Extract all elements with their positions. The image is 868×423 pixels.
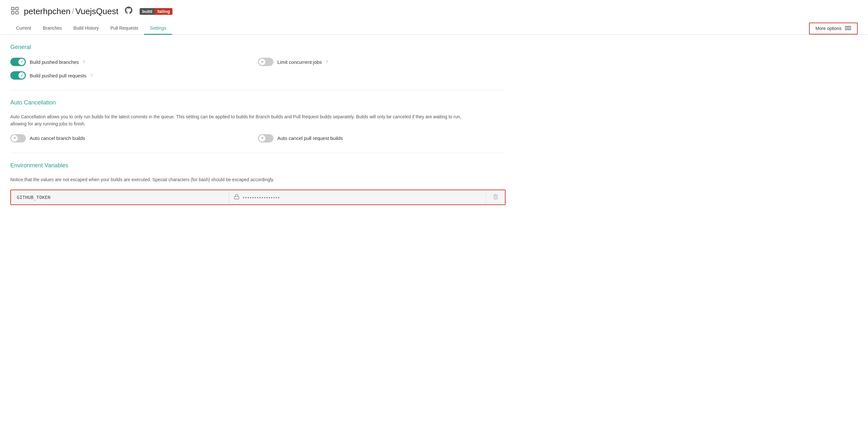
build-pushed-pull-requests-label: Build pushed pull requests bbox=[30, 73, 86, 78]
repo-icon bbox=[10, 6, 19, 17]
auto-cancellation-title: Auto Cancellation bbox=[10, 99, 505, 106]
auto-cancellation-toggles: ✕ Auto cancel branch builds ✕ Auto cance… bbox=[10, 134, 505, 143]
toggle-row-build-pushed-pull-requests: ✓ Build pushed pull requests ? bbox=[10, 71, 258, 80]
limit-concurrent-jobs-help[interactable]: ? bbox=[326, 60, 328, 64]
divider-1 bbox=[10, 90, 505, 90]
env-delete-button[interactable] bbox=[486, 190, 505, 204]
toggle-thumb: ✓ bbox=[19, 72, 25, 79]
toggle-row-auto-cancel-pr: ✕ Auto cancel pull request builds bbox=[258, 134, 505, 143]
auto-cancel-branch-label: Auto cancel branch builds bbox=[30, 135, 85, 141]
build-pushed-branches-help[interactable]: ? bbox=[83, 60, 85, 64]
tab-current[interactable]: Current bbox=[10, 22, 37, 35]
svg-rect-3 bbox=[16, 11, 18, 14]
auto-cancellation-section: Auto Cancellation Auto Cancellation allo… bbox=[10, 99, 505, 143]
toggle-row-build-pushed-branches: ✓ Build pushed branches ? bbox=[10, 58, 258, 66]
header: peterhpchen/VuejsQuest build failing bbox=[0, 0, 868, 17]
check-icon: ✓ bbox=[20, 73, 23, 78]
toggle-row-limit-concurrent-jobs: ✕ Limit concurrent jobs ? bbox=[258, 58, 505, 66]
env-value-wrapper: •••••••••••••••• bbox=[229, 190, 486, 204]
hamburger-icon bbox=[845, 26, 851, 31]
auto-cancel-pr-label: Auto cancel pull request builds bbox=[277, 135, 343, 141]
check-icon: ✓ bbox=[20, 60, 23, 64]
limit-concurrent-jobs-label: Limit concurrent jobs bbox=[277, 59, 322, 65]
tab-pull-requests[interactable]: Pull Requests bbox=[104, 22, 144, 35]
build-pushed-branches-label: Build pushed branches bbox=[30, 59, 79, 65]
badge-build-label: build bbox=[140, 8, 155, 15]
more-options-label: More options bbox=[815, 26, 842, 31]
toggle-row-auto-cancel-branch: ✕ Auto cancel branch builds bbox=[10, 134, 258, 143]
toggle-thumb: ✕ bbox=[11, 135, 18, 142]
x-icon: ✕ bbox=[261, 60, 264, 64]
main-content: General ✓ Build pushed branches ? ✕ bbox=[0, 35, 516, 224]
nav-tabs: Current Branches Build History Pull Requ… bbox=[10, 22, 172, 34]
toggle-build-pushed-branches[interactable]: ✓ bbox=[10, 58, 26, 66]
divider-2 bbox=[10, 153, 505, 153]
env-key-github-token: GITHUB_TOKEN bbox=[11, 190, 229, 204]
general-toggles: ✓ Build pushed branches ? ✕ Limit concur… bbox=[10, 58, 505, 80]
svg-rect-1 bbox=[16, 7, 18, 10]
more-options-button[interactable]: More options bbox=[809, 23, 858, 34]
svg-rect-0 bbox=[11, 7, 14, 10]
toggle-thumb: ✓ bbox=[19, 59, 25, 65]
env-variable-row: GITHUB_TOKEN •••••••••••••••• bbox=[10, 189, 505, 205]
x-icon: ✕ bbox=[261, 136, 264, 140]
environment-variables-description: Notice that the values are not escaped w… bbox=[10, 176, 462, 183]
environment-variables-title: Environment Variables bbox=[10, 162, 505, 169]
toggle-thumb: ✕ bbox=[259, 135, 266, 142]
environment-variables-section: Environment Variables Notice that the va… bbox=[10, 162, 505, 205]
github-icon bbox=[124, 6, 133, 17]
page-title: peterhpchen/VuejsQuest bbox=[24, 6, 118, 17]
x-icon: ✕ bbox=[13, 136, 16, 140]
tab-build-history[interactable]: Build History bbox=[68, 22, 105, 35]
nav-bar: Current Branches Build History Pull Requ… bbox=[0, 22, 868, 35]
tab-settings[interactable]: Settings bbox=[144, 22, 172, 35]
toggle-auto-cancel-pr[interactable]: ✕ bbox=[258, 134, 273, 143]
build-pushed-pull-requests-help[interactable]: ? bbox=[90, 73, 93, 78]
lock-icon bbox=[234, 194, 240, 201]
build-badge: build failing bbox=[140, 8, 172, 15]
badge-status-label: failing bbox=[155, 8, 172, 15]
toggle-limit-concurrent-jobs[interactable]: ✕ bbox=[258, 58, 273, 66]
toggle-thumb: ✕ bbox=[259, 59, 266, 65]
toggle-build-pushed-pull-requests[interactable]: ✓ bbox=[10, 71, 26, 80]
general-section-title: General bbox=[10, 44, 505, 51]
toggle-auto-cancel-branch[interactable]: ✕ bbox=[10, 134, 26, 143]
env-value-dots: •••••••••••••••• bbox=[243, 195, 280, 200]
auto-cancellation-description: Auto Cancellation allows you to only run… bbox=[10, 113, 462, 128]
svg-rect-2 bbox=[11, 11, 14, 14]
tab-branches[interactable]: Branches bbox=[37, 22, 68, 35]
svg-rect-7 bbox=[235, 197, 239, 199]
general-section: General ✓ Build pushed branches ? ✕ bbox=[10, 44, 505, 80]
